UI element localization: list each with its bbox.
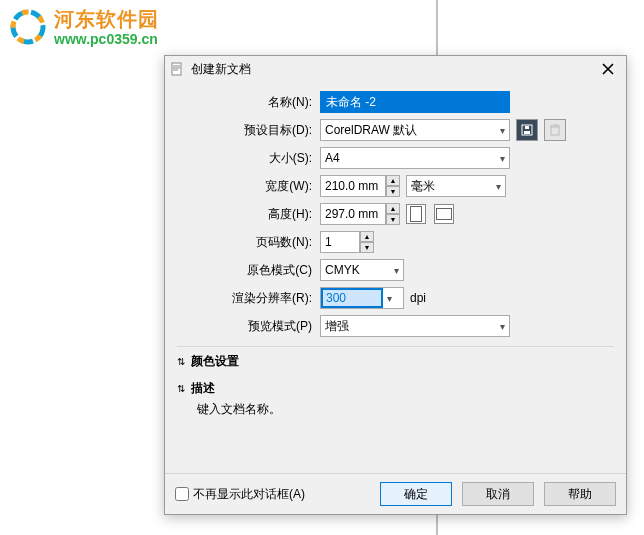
width-spinner[interactable]: ▲▼ xyxy=(320,175,400,197)
pages-label: 页码数(N): xyxy=(177,234,320,251)
field-preview: 预览模式(P) 增强 ▾ xyxy=(177,314,614,338)
spin-up[interactable]: ▲ xyxy=(360,231,374,242)
field-colormode: 原色模式(C) CMYK ▾ xyxy=(177,258,614,282)
spin-down[interactable]: ▼ xyxy=(386,186,400,197)
field-pages: 页码数(N): ▲▼ xyxy=(177,230,614,254)
section-desc-title: 描述 xyxy=(191,380,215,397)
unit-value: 毫米 xyxy=(411,178,496,195)
chevron-down-icon: ▾ xyxy=(500,125,505,136)
dialog-content: 名称(N): 预设目标(D): CorelDRAW 默认 ▾ 大小 xyxy=(165,82,626,473)
name-input[interactable] xyxy=(320,91,510,113)
save-icon xyxy=(521,124,533,136)
field-dpi: 渲染分辨率(R): ▾ dpi xyxy=(177,286,614,310)
orientation-portrait[interactable] xyxy=(406,204,426,224)
watermark-title: 河东软件园 xyxy=(54,6,159,33)
dialog-title: 创建新文档 xyxy=(191,61,596,78)
ok-button[interactable]: 确定 xyxy=(380,482,452,506)
width-input[interactable] xyxy=(320,175,386,197)
height-input[interactable] xyxy=(320,203,386,225)
save-preset-button[interactable] xyxy=(516,119,538,141)
app-icon xyxy=(171,62,185,76)
pages-input[interactable] xyxy=(320,231,360,253)
spin-up[interactable]: ▲ xyxy=(386,203,400,214)
chevron-down-icon: ▾ xyxy=(500,321,505,332)
svg-rect-4 xyxy=(524,131,530,134)
svg-rect-5 xyxy=(525,126,529,129)
section-color-title: 颜色设置 xyxy=(191,353,239,370)
trash-icon xyxy=(550,124,560,136)
titlebar: 创建新文档 xyxy=(165,56,626,82)
preset-value: CorelDRAW 默认 xyxy=(325,122,500,139)
dpi-label: 渲染分辨率(R): xyxy=(177,290,320,307)
cancel-button[interactable]: 取消 xyxy=(462,482,534,506)
pages-spinner[interactable]: ▲▼ xyxy=(320,231,374,253)
logo-icon xyxy=(8,7,48,47)
field-name: 名称(N): xyxy=(177,90,614,114)
description-text: 键入文档名称。 xyxy=(197,401,614,418)
dialog-footer: 不再显示此对话框(A) 确定 取消 帮助 xyxy=(165,473,626,514)
expand-icon: ⇅ xyxy=(177,356,185,367)
spin-up[interactable]: ▲ xyxy=(386,175,400,186)
svg-rect-6 xyxy=(551,127,559,135)
dont-show-checkbox[interactable] xyxy=(175,487,189,501)
section-color: ⇅ 颜色设置 xyxy=(177,346,614,370)
create-new-document-dialog: 创建新文档 名称(N): 预设目标(D): CorelDRAW 默认 ▾ xyxy=(164,55,627,515)
help-button[interactable]: 帮助 xyxy=(544,482,616,506)
preset-dropdown[interactable]: CorelDRAW 默认 ▾ xyxy=(320,119,510,141)
dont-show-label: 不再显示此对话框(A) xyxy=(193,486,305,503)
dont-show-again[interactable]: 不再显示此对话框(A) xyxy=(175,486,370,503)
size-label: 大小(S): xyxy=(177,150,320,167)
size-dropdown[interactable]: A4 ▾ xyxy=(320,147,510,169)
guide-line xyxy=(436,0,438,55)
guide-line xyxy=(436,512,438,535)
dpi-input[interactable] xyxy=(321,288,383,308)
chevron-down-icon: ▾ xyxy=(500,153,505,164)
section-desc: ⇅ 描述 键入文档名称。 xyxy=(177,374,614,418)
section-color-header[interactable]: ⇅ 颜色设置 xyxy=(177,353,614,370)
height-spinner[interactable]: ▲▼ xyxy=(320,203,400,225)
close-icon xyxy=(602,63,614,75)
colormode-dropdown[interactable]: CMYK ▾ xyxy=(320,259,404,281)
preset-label: 预设目标(D): xyxy=(177,122,320,139)
field-height: 高度(H): ▲▼ xyxy=(177,202,614,226)
chevron-down-icon: ▾ xyxy=(394,265,399,276)
unit-dropdown[interactable]: 毫米 ▾ xyxy=(406,175,506,197)
colormode-label: 原色模式(C) xyxy=(177,262,320,279)
watermark-url: www.pc0359.cn xyxy=(54,31,159,47)
dpi-unit: dpi xyxy=(410,291,426,305)
chevron-down-icon: ▾ xyxy=(496,181,501,192)
name-label: 名称(N): xyxy=(177,94,320,111)
field-preset: 预设目标(D): CorelDRAW 默认 ▾ xyxy=(177,118,614,142)
orientation-landscape[interactable] xyxy=(434,204,454,224)
field-width: 宽度(W): ▲▼ 毫米 ▾ xyxy=(177,174,614,198)
svg-rect-2 xyxy=(172,63,181,75)
close-button[interactable] xyxy=(596,59,620,79)
orientation-group xyxy=(406,204,454,224)
delete-preset-button[interactable] xyxy=(544,119,566,141)
width-label: 宽度(W): xyxy=(177,178,320,195)
size-value: A4 xyxy=(325,151,500,165)
section-desc-header[interactable]: ⇅ 描述 xyxy=(177,380,614,397)
colormode-value: CMYK xyxy=(325,263,394,277)
chevron-down-icon: ▾ xyxy=(383,293,396,304)
preview-label: 预览模式(P) xyxy=(177,318,320,335)
preview-value: 增强 xyxy=(325,318,500,335)
field-size: 大小(S): A4 ▾ xyxy=(177,146,614,170)
spin-down[interactable]: ▼ xyxy=(360,242,374,253)
watermark: 河东软件园 www.pc0359.cn xyxy=(8,6,159,47)
height-label: 高度(H): xyxy=(177,206,320,223)
preview-dropdown[interactable]: 增强 ▾ xyxy=(320,315,510,337)
spin-down[interactable]: ▼ xyxy=(386,214,400,225)
collapse-icon: ⇅ xyxy=(177,383,185,394)
dpi-combo[interactable]: ▾ xyxy=(320,287,404,309)
